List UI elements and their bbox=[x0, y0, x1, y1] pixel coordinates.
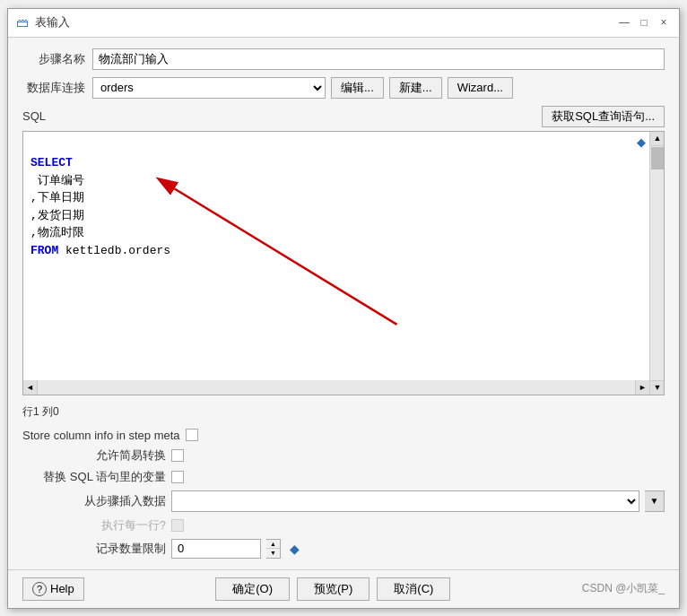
close-button[interactable]: × bbox=[656, 14, 672, 30]
sql-label: SQL bbox=[22, 109, 46, 123]
get-sql-button[interactable]: 获取SQL查询语句... bbox=[542, 106, 665, 127]
main-content: 步骤名称 数据库连接 orders test production 编辑... … bbox=[8, 38, 679, 569]
execute-each-label: 执行每一行? bbox=[22, 517, 166, 534]
title-bar-left: 🗃 表输入 bbox=[15, 14, 70, 30]
svg-line-1 bbox=[175, 188, 397, 324]
scroll-up-button[interactable]: ▲ bbox=[650, 132, 665, 146]
sql-section: SQL 获取SQL查询语句... SELECT 订单编号 ,下单日期 ,发货日期… bbox=[22, 106, 665, 395]
store-column-label: Store column info in step meta bbox=[22, 429, 180, 442]
horizontal-scroll-track bbox=[38, 380, 635, 395]
step-name-label: 步骤名称 bbox=[22, 51, 85, 67]
insert-from-row: 从步骤插入数据 ▼ bbox=[22, 490, 665, 512]
scroll-right-button[interactable]: ► bbox=[635, 380, 649, 395]
store-column-checkbox[interactable] bbox=[186, 429, 198, 441]
db-controls: orders test production 编辑... 新建... Wizar… bbox=[92, 77, 665, 99]
limit-input[interactable] bbox=[171, 539, 261, 559]
insert-from-select[interactable] bbox=[171, 490, 639, 512]
new-button[interactable]: 新建... bbox=[389, 77, 442, 99]
db-connection-row: 数据库连接 orders test production 编辑... 新建...… bbox=[22, 77, 665, 99]
easy-convert-checkbox[interactable] bbox=[171, 449, 184, 462]
watermark: CSDN @小凯菜_ bbox=[582, 581, 665, 596]
status-bar: 行1 列0 bbox=[22, 403, 665, 421]
options-section: Store column info in step meta 允许简易转换 替换… bbox=[22, 429, 665, 559]
window-controls: — □ × bbox=[616, 14, 672, 30]
scroll-down-button[interactable]: ▼ bbox=[650, 380, 665, 395]
maximize-button[interactable]: □ bbox=[636, 14, 652, 30]
horizontal-scrollbar[interactable]: ◄ ► bbox=[23, 380, 649, 395]
replace-vars-checkbox[interactable] bbox=[171, 471, 184, 483]
execute-each-row: 执行每一行? bbox=[22, 517, 665, 534]
spinner-down[interactable]: ▼ bbox=[266, 549, 280, 558]
help-circle-icon: ? bbox=[32, 582, 47, 596]
replace-vars-row: 替换 SQL 语句里的变量 bbox=[22, 469, 665, 485]
replace-vars-label: 替换 SQL 语句里的变量 bbox=[22, 469, 166, 485]
footer: ? Help 确定(O) 预览(P) 取消(C) CSDN @小凯菜_ bbox=[8, 569, 679, 608]
step-name-input[interactable] bbox=[92, 48, 665, 70]
sql-display: SELECT 订单编号 ,下单日期 ,发货日期 ,物流时限 FROM kettl… bbox=[23, 132, 649, 395]
edit-button[interactable]: 编辑... bbox=[331, 77, 384, 99]
easy-convert-label: 允许简易转换 bbox=[22, 447, 166, 464]
cancel-button[interactable]: 取消(C) bbox=[377, 577, 450, 601]
limit-diamond-icon: ◆ bbox=[290, 542, 300, 556]
limit-row: 记录数量限制 ▲ ▼ ◆ bbox=[22, 539, 665, 559]
window-title: 表输入 bbox=[35, 14, 70, 30]
help-button[interactable]: ? Help bbox=[22, 577, 84, 601]
sql-header: SQL 获取SQL查询语句... bbox=[22, 106, 665, 127]
scroll-thumb[interactable] bbox=[651, 147, 664, 169]
title-bar: 🗃 表输入 — □ × bbox=[8, 9, 679, 38]
insert-from-arrow[interactable]: ▼ bbox=[645, 490, 665, 512]
arrow-overlay bbox=[23, 132, 664, 395]
sql-editor-wrapper: SELECT 订单编号 ,下单日期 ,发货日期 ,物流时限 FROM kettl… bbox=[22, 131, 665, 395]
step-name-row: 步骤名称 bbox=[22, 48, 665, 70]
wizard-button[interactable]: Wizard... bbox=[448, 77, 513, 99]
minimize-button[interactable]: — bbox=[616, 14, 632, 30]
scroll-left-button[interactable]: ◄ bbox=[23, 380, 38, 395]
limit-spinner[interactable]: ▲ ▼ bbox=[266, 539, 281, 559]
limit-label: 记录数量限制 bbox=[22, 541, 166, 557]
store-column-row: Store column info in step meta bbox=[22, 429, 665, 442]
help-label: Help bbox=[50, 582, 74, 595]
diamond-icon: ◆ bbox=[637, 135, 646, 149]
footer-left: ? Help bbox=[22, 577, 84, 601]
easy-convert-row: 允许简易转换 bbox=[22, 447, 665, 464]
footer-buttons: 确定(O) 预览(P) 取消(C) bbox=[215, 577, 450, 601]
vertical-scrollbar[interactable]: ▲ ▼ bbox=[649, 132, 664, 395]
db-connection-select[interactable]: orders test production bbox=[92, 77, 326, 99]
preview-button[interactable]: 预览(P) bbox=[297, 577, 370, 601]
window-icon: 🗃 bbox=[15, 15, 30, 30]
main-window: 🗃 表输入 — □ × 步骤名称 数据库连接 orders test produ… bbox=[7, 8, 680, 609]
confirm-button[interactable]: 确定(O) bbox=[215, 577, 290, 601]
scroll-track bbox=[650, 146, 664, 380]
spinner-up[interactable]: ▲ bbox=[266, 540, 280, 550]
insert-from-label: 从步骤插入数据 bbox=[22, 493, 166, 509]
execute-each-checkbox bbox=[171, 519, 184, 532]
db-connection-label: 数据库连接 bbox=[22, 80, 85, 96]
